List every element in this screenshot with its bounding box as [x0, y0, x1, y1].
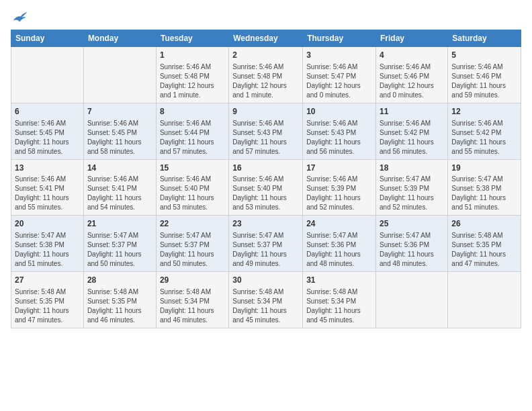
calendar-cell: 29Sunrise: 5:48 AM Sunset: 5:34 PM Dayli… [156, 272, 228, 328]
header-friday: Friday [376, 30, 448, 47]
day-number: 12 [451, 106, 517, 118]
day-info: Sunrise: 5:46 AM Sunset: 5:42 PM Dayligh… [451, 119, 517, 156]
day-info: Sunrise: 5:46 AM Sunset: 5:39 PM Dayligh… [306, 175, 372, 212]
header-tuesday: Tuesday [156, 30, 228, 47]
day-number: 26 [451, 218, 517, 230]
day-info: Sunrise: 5:47 AM Sunset: 5:38 PM Dayligh… [15, 231, 80, 269]
day-info: Sunrise: 5:47 AM Sunset: 5:36 PM Dayligh… [380, 231, 444, 269]
day-number: 22 [160, 218, 225, 230]
calendar-cell: 28Sunrise: 5:48 AM Sunset: 5:35 PM Dayli… [83, 272, 156, 328]
calendar-cell [448, 272, 521, 328]
calendar-cell: 31Sunrise: 5:48 AM Sunset: 5:34 PM Dayli… [303, 272, 376, 328]
day-info: Sunrise: 5:46 AM Sunset: 5:48 PM Dayligh… [160, 62, 225, 100]
calendar-cell: 8Sunrise: 5:46 AM Sunset: 5:44 PM Daylig… [156, 103, 228, 159]
calendar-cell: 16Sunrise: 5:46 AM Sunset: 5:40 PM Dayli… [229, 159, 303, 216]
calendar-cell: 3Sunrise: 5:46 AM Sunset: 5:47 PM Daylig… [303, 47, 376, 103]
calendar-cell: 1Sunrise: 5:46 AM Sunset: 5:48 PM Daylig… [156, 47, 228, 103]
day-number: 3 [306, 50, 372, 61]
calendar-cell: 25Sunrise: 5:47 AM Sunset: 5:36 PM Dayli… [376, 216, 448, 272]
calendar-week-row: 6Sunrise: 5:46 AM Sunset: 5:45 PM Daylig… [11, 103, 521, 159]
calendar-week-row: 27Sunrise: 5:48 AM Sunset: 5:35 PM Dayli… [11, 272, 521, 328]
calendar-cell: 18Sunrise: 5:47 AM Sunset: 5:39 PM Dayli… [376, 159, 448, 216]
day-info: Sunrise: 5:46 AM Sunset: 5:40 PM Dayligh… [232, 175, 299, 212]
calendar-week-row: 20Sunrise: 5:47 AM Sunset: 5:38 PM Dayli… [11, 216, 521, 272]
header-monday: Monday [83, 30, 156, 47]
calendar-cell: 20Sunrise: 5:47 AM Sunset: 5:38 PM Dayli… [11, 216, 84, 272]
calendar-cell: 13Sunrise: 5:46 AM Sunset: 5:41 PM Dayli… [11, 159, 84, 216]
day-info: Sunrise: 5:46 AM Sunset: 5:43 PM Dayligh… [232, 119, 299, 156]
day-number: 16 [232, 163, 299, 174]
day-number: 15 [160, 163, 225, 174]
header-thursday: Thursday [303, 30, 376, 47]
day-number: 18 [380, 163, 444, 174]
day-number: 29 [160, 275, 225, 286]
calendar-header-row: SundayMondayTuesdayWednesdayThursdayFrid… [11, 30, 521, 47]
day-info: Sunrise: 5:48 AM Sunset: 5:35 PM Dayligh… [15, 287, 80, 325]
calendar-cell: 21Sunrise: 5:47 AM Sunset: 5:37 PM Dayli… [83, 216, 156, 272]
logo [11, 11, 28, 24]
header-sunday: Sunday [11, 30, 84, 47]
day-number: 4 [380, 50, 444, 61]
day-number: 27 [15, 275, 80, 286]
day-number: 14 [87, 163, 152, 174]
day-number: 5 [451, 50, 517, 61]
calendar-cell: 11Sunrise: 5:46 AM Sunset: 5:42 PM Dayli… [376, 103, 448, 159]
calendar-cell: 6Sunrise: 5:46 AM Sunset: 5:45 PM Daylig… [11, 103, 84, 159]
day-info: Sunrise: 5:46 AM Sunset: 5:45 PM Dayligh… [87, 119, 152, 156]
header-wednesday: Wednesday [229, 30, 303, 47]
day-info: Sunrise: 5:47 AM Sunset: 5:37 PM Dayligh… [160, 231, 225, 269]
calendar-cell: 30Sunrise: 5:48 AM Sunset: 5:34 PM Dayli… [229, 272, 303, 328]
calendar-cell: 15Sunrise: 5:46 AM Sunset: 5:40 PM Dayli… [156, 159, 228, 216]
calendar-cell: 19Sunrise: 5:47 AM Sunset: 5:38 PM Dayli… [448, 159, 521, 216]
day-info: Sunrise: 5:48 AM Sunset: 5:34 PM Dayligh… [232, 287, 299, 325]
day-info: Sunrise: 5:46 AM Sunset: 5:46 PM Dayligh… [451, 62, 517, 100]
day-info: Sunrise: 5:47 AM Sunset: 5:37 PM Dayligh… [87, 231, 152, 269]
day-info: Sunrise: 5:46 AM Sunset: 5:45 PM Dayligh… [15, 119, 80, 156]
day-number: 11 [380, 106, 444, 118]
day-info: Sunrise: 5:48 AM Sunset: 5:34 PM Dayligh… [160, 287, 225, 325]
day-number: 25 [380, 218, 444, 230]
calendar-cell: 12Sunrise: 5:46 AM Sunset: 5:42 PM Dayli… [448, 103, 521, 159]
calendar-cell: 7Sunrise: 5:46 AM Sunset: 5:45 PM Daylig… [83, 103, 156, 159]
day-info: Sunrise: 5:48 AM Sunset: 5:35 PM Dayligh… [451, 231, 517, 269]
day-info: Sunrise: 5:46 AM Sunset: 5:40 PM Dayligh… [160, 175, 225, 212]
day-info: Sunrise: 5:46 AM Sunset: 5:44 PM Dayligh… [160, 119, 225, 156]
day-info: Sunrise: 5:46 AM Sunset: 5:41 PM Dayligh… [87, 175, 152, 212]
day-number: 30 [232, 275, 299, 286]
calendar-cell: 17Sunrise: 5:46 AM Sunset: 5:39 PM Dayli… [303, 159, 376, 216]
day-number: 7 [87, 106, 152, 118]
day-number: 9 [232, 106, 299, 118]
calendar-week-row: 13Sunrise: 5:46 AM Sunset: 5:41 PM Dayli… [11, 159, 521, 216]
day-info: Sunrise: 5:46 AM Sunset: 5:43 PM Dayligh… [306, 119, 372, 156]
header-saturday: Saturday [448, 30, 521, 47]
day-info: Sunrise: 5:47 AM Sunset: 5:37 PM Dayligh… [232, 231, 299, 269]
day-number: 8 [160, 106, 225, 118]
calendar-cell: 23Sunrise: 5:47 AM Sunset: 5:37 PM Dayli… [229, 216, 303, 272]
day-number: 1 [160, 50, 225, 61]
day-number: 19 [451, 163, 517, 174]
calendar-cell [83, 47, 156, 103]
day-number: 21 [87, 218, 152, 230]
day-info: Sunrise: 5:46 AM Sunset: 5:47 PM Dayligh… [306, 62, 372, 100]
calendar-cell: 2Sunrise: 5:46 AM Sunset: 5:48 PM Daylig… [229, 47, 303, 103]
day-number: 10 [306, 106, 372, 118]
calendar-cell: 14Sunrise: 5:46 AM Sunset: 5:41 PM Dayli… [83, 159, 156, 216]
calendar-cell: 22Sunrise: 5:47 AM Sunset: 5:37 PM Dayli… [156, 216, 228, 272]
day-number: 2 [232, 50, 299, 61]
day-info: Sunrise: 5:47 AM Sunset: 5:38 PM Dayligh… [451, 175, 517, 212]
day-number: 24 [306, 218, 372, 230]
calendar-cell: 24Sunrise: 5:47 AM Sunset: 5:36 PM Dayli… [303, 216, 376, 272]
calendar-week-row: 1Sunrise: 5:46 AM Sunset: 5:48 PM Daylig… [11, 47, 521, 103]
day-number: 13 [15, 163, 80, 174]
day-info: Sunrise: 5:47 AM Sunset: 5:36 PM Dayligh… [306, 231, 372, 269]
day-number: 20 [15, 218, 80, 230]
calendar-cell: 10Sunrise: 5:46 AM Sunset: 5:43 PM Dayli… [303, 103, 376, 159]
day-number: 23 [232, 218, 299, 230]
calendar-cell: 27Sunrise: 5:48 AM Sunset: 5:35 PM Dayli… [11, 272, 84, 328]
calendar-cell: 4Sunrise: 5:46 AM Sunset: 5:46 PM Daylig… [376, 47, 448, 103]
day-info: Sunrise: 5:46 AM Sunset: 5:41 PM Dayligh… [15, 175, 80, 212]
day-info: Sunrise: 5:47 AM Sunset: 5:39 PM Dayligh… [380, 175, 444, 212]
day-number: 31 [306, 275, 372, 286]
calendar-cell: 5Sunrise: 5:46 AM Sunset: 5:46 PM Daylig… [448, 47, 521, 103]
day-info: Sunrise: 5:46 AM Sunset: 5:46 PM Dayligh… [380, 62, 444, 100]
